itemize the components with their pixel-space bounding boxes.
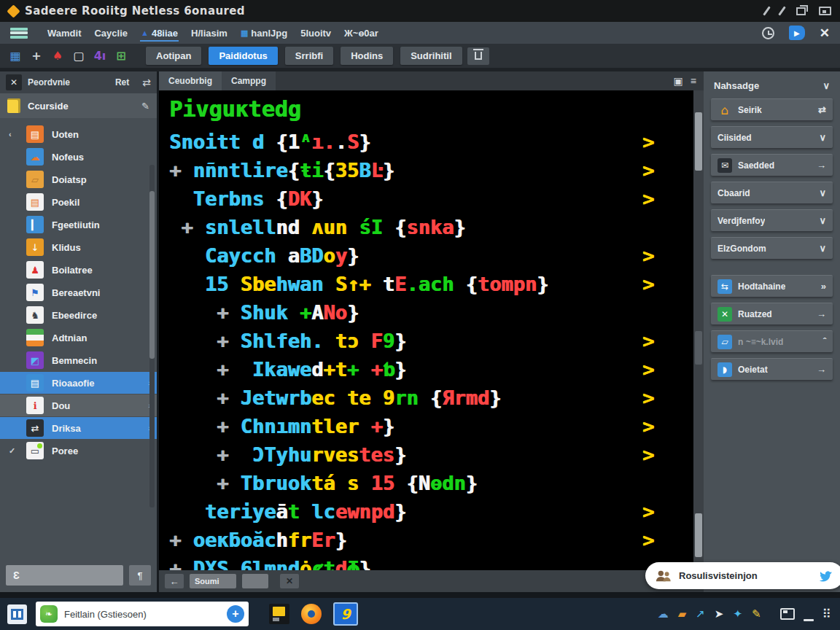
app-icon-active[interactable]: 9: [333, 602, 358, 626]
menu-item-hliasim[interactable]: H/liasim: [184, 25, 234, 42]
sidebar-item-uoten[interactable]: ‹▤Uoten: [0, 123, 157, 145]
expand-arrow-icon[interactable]: >: [642, 412, 654, 440]
paperplane-icon[interactable]: ➤: [715, 607, 724, 621]
sidebar-item-boilatree[interactable]: ♟Boilatree: [0, 259, 157, 281]
run-badge-icon[interactable]: ▶: [789, 26, 805, 40]
numbers-icon[interactable]: 4ı: [92, 49, 108, 63]
editor-scrollbar[interactable]: [693, 90, 704, 570]
sidebar-item-nofeus[interactable]: ☁Nofeus: [0, 146, 157, 168]
pen-icon[interactable]: ✎: [752, 607, 761, 621]
panel-item-cbaarid[interactable]: Cbaarid∨: [711, 182, 833, 203]
panel-item-chevron-icon[interactable]: ∨: [819, 132, 826, 143]
bird-icon[interactable]: [817, 569, 833, 583]
tab-camppg[interactable]: Camppg: [222, 71, 276, 90]
expand-arrow-icon[interactable]: >: [642, 156, 654, 184]
panel-item-seirik[interactable]: ⌂Seirik⇄: [711, 98, 833, 120]
list-icon[interactable]: ≡: [691, 75, 696, 87]
panel-item-ciisided[interactable]: Ciisided∨: [711, 126, 833, 148]
panel-item-nklvid[interactable]: ▱n ~≡~k.lvidˆ: [711, 330, 833, 352]
menu-item-0ar[interactable]: Ж~ɵ0ar: [338, 25, 385, 42]
toolbar-button-srribfi[interactable]: Srribfi: [285, 47, 333, 65]
apps-grid-icon[interactable]: ⠿: [822, 607, 833, 622]
edit-icon[interactable]: ✎: [141, 101, 149, 112]
start-button[interactable]: [7, 604, 27, 624]
editor-scrollbar-thumb[interactable]: [695, 513, 702, 557]
panel-icon[interactable]: ▣: [674, 75, 683, 87]
sidebar-item-bereaetvni[interactable]: ⚑Bereaetvni: [0, 281, 157, 303]
expand-icon[interactable]: ✓: [9, 446, 15, 456]
expand-arrow-icon[interactable]: >: [642, 128, 654, 156]
menu-item-cayclie[interactable]: Cayclie: [88, 25, 134, 42]
expand-arrow-icon[interactable]: >: [642, 497, 654, 526]
sidebar-bottom-button[interactable]: ¶: [129, 565, 151, 586]
toolbar-button-aotipan[interactable]: Aotipan: [146, 47, 201, 65]
add-icon[interactable]: +: [227, 605, 244, 623]
toolbar-button-sudrihitil[interactable]: Sudrihitil: [400, 47, 462, 65]
panel-item-chevron-icon[interactable]: ∨: [819, 243, 826, 254]
sidebar-item-dou[interactable]: ℹDou›: [0, 394, 157, 416]
trash-button[interactable]: [467, 47, 489, 65]
panel-item-chevron-icon[interactable]: →: [817, 308, 826, 319]
expand-arrow-icon[interactable]: >: [642, 384, 654, 412]
sidebar-item-poekil[interactable]: ▤Poekil: [0, 191, 157, 213]
bird-icon[interactable]: ✦: [733, 607, 742, 621]
sidebar-item-driksa[interactable]: ⇄Driksa›: [0, 417, 157, 439]
panel-item-saedded[interactable]: ✉Saedded→: [711, 154, 833, 176]
clock-icon[interactable]: [762, 27, 774, 39]
taskbar-search[interactable]: ❧ Feitlain (Gstiesoen) +: [36, 602, 249, 626]
app-icon-browser[interactable]: [301, 604, 322, 624]
close-panel-icon[interactable]: ✕: [6, 74, 22, 90]
sidebar-item-bemnecin[interactable]: ◩Bemnecin: [0, 349, 157, 371]
editor-search-field[interactable]: Soumi: [190, 574, 236, 588]
panel-item-chevron-icon[interactable]: »: [821, 281, 826, 292]
d-shape-icon[interactable]: ▢: [71, 49, 87, 63]
expand-arrow-icon[interactable]: >: [642, 241, 654, 270]
panel-item-hodtahaine[interactable]: ⇆Hodtahaine»: [711, 275, 833, 297]
panel-item-chevron-icon[interactable]: ⇄: [818, 104, 826, 115]
menu-item-5luoitv[interactable]: 5luoitv: [294, 25, 338, 42]
tree-scrollbar-thumb[interactable]: [149, 191, 155, 359]
tree-scrollbar[interactable]: [149, 165, 155, 508]
expand-icon[interactable]: ‹: [9, 130, 12, 139]
expand-arrow-icon[interactable]: >: [642, 440, 654, 469]
panel-item-chevron-icon[interactable]: ∨: [819, 187, 826, 198]
panel-item-oeietat[interactable]: ◗Oeietat→: [711, 358, 833, 380]
expand-arrow-icon[interactable]: >: [642, 327, 654, 355]
sidebar-item-rioaaofie[interactable]: ▤Rioaaofie›: [0, 372, 157, 394]
close-icon[interactable]: ✕: [820, 26, 830, 41]
package-icon[interactable]: ⊞: [113, 49, 129, 63]
menu-item-48iiae[interactable]: ▲48iiae: [134, 25, 184, 42]
blank-button[interactable]: [242, 574, 268, 588]
panel-item-chevron-icon[interactable]: →: [817, 160, 826, 171]
sidebar-item-adtnian[interactable]: Adtnian: [0, 327, 157, 349]
tab-ceuobrbig[interactable]: Ceuobrbig: [159, 71, 222, 90]
panel-item-chevron-icon[interactable]: ∨: [819, 215, 826, 226]
mushroom-icon[interactable]: ♠: [50, 49, 66, 63]
pickaxe-icon[interactable]: ↗: [696, 607, 705, 621]
close-search-button[interactable]: ✕: [280, 574, 299, 588]
refresh-icon[interactable]: ⇄: [142, 77, 151, 88]
editor-scrollbar-thumb[interactable]: [695, 112, 702, 171]
sidebar-root-item[interactable]: Ccurside ✎: [0, 93, 157, 118]
sidebar-item-poree[interactable]: ✓▭Poree: [0, 440, 157, 462]
toolbar-button-hodins[interactable]: Hodins: [341, 47, 393, 65]
minimize-icon[interactable]: [804, 619, 814, 621]
panel-item-ruatzed[interactable]: ✕Ruatzed→: [711, 303, 833, 324]
sidebar-item-ebeedirce[interactable]: ♞Ebeedirce: [0, 304, 157, 326]
restore-icon[interactable]: [796, 7, 806, 15]
panel-item-chevron-icon[interactable]: ˆ: [823, 336, 826, 347]
toolbar-button-paididotus[interactable]: Paididotus: [209, 47, 277, 65]
sidebar-search-input[interactable]: Ɛ: [6, 565, 123, 586]
menu-item-hanljpg[interactable]: ▦hanlJpg: [234, 25, 294, 42]
expand-arrow-icon[interactable]: >: [642, 526, 654, 554]
expand-arrow-icon[interactable]: >: [642, 270, 654, 298]
grid-icon[interactable]: ▦: [7, 49, 23, 63]
expand-arrow-icon[interactable]: >: [642, 184, 654, 213]
plus-icon[interactable]: +: [28, 49, 44, 63]
sidebar-item-fgeetiiutin[interactable]: ▎Fgeetiiutin: [0, 214, 157, 236]
panel-item-chevron-icon[interactable]: →: [817, 364, 826, 375]
panel-item-elzgondom[interactable]: ElzGondom∨: [711, 237, 833, 259]
monitor-icon[interactable]: [819, 7, 831, 15]
right-panel-header[interactable]: Nahsadge ∨: [711, 77, 833, 98]
notification-pill[interactable]: Rosulisvisteinjon: [645, 562, 840, 589]
